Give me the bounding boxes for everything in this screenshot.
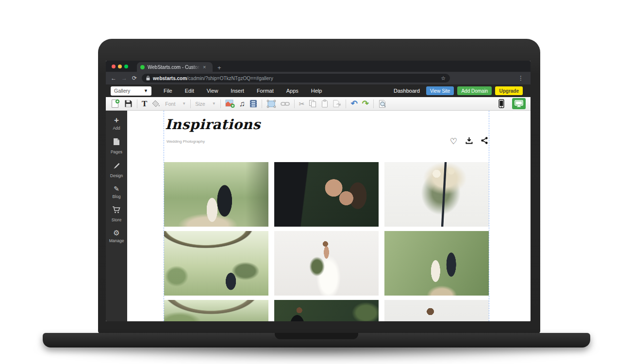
gallery-photo[interactable] xyxy=(384,231,489,296)
back-icon[interactable]: ← xyxy=(111,75,116,81)
save-icon[interactable] xyxy=(124,99,133,108)
sidebar-item-add[interactable]: + Add xyxy=(113,117,120,131)
add-video-icon[interactable] xyxy=(249,99,257,108)
gallery-photo[interactable] xyxy=(384,162,489,227)
browser-toolbar: ← → ⟳ webstarts.com/cadmin/?ship=OTkzNTg… xyxy=(106,72,531,84)
menu-item-edit[interactable]: Edit xyxy=(179,88,200,94)
chevron-down-icon: ▼ xyxy=(182,101,186,106)
page-selector-dropdown[interactable]: Gallery ▼ xyxy=(111,86,151,96)
sidebar-item-pages[interactable]: Pages xyxy=(111,138,122,154)
menu-item-view[interactable]: View xyxy=(200,88,225,94)
editor-menu: File Edit View Insert Format Apps Help xyxy=(157,88,328,94)
editor-sidebar: + Add Pages Design xyxy=(106,111,127,321)
menubar-actions: Dashboard View Site Add Domain Upgrade xyxy=(394,86,523,95)
bookmark-star-icon[interactable]: ☆ xyxy=(441,75,446,82)
menu-item-help[interactable]: Help xyxy=(305,88,329,94)
font-dropdown[interactable]: Font ▼ xyxy=(165,101,186,107)
paste-icon[interactable] xyxy=(321,99,328,108)
window-minimize-button[interactable] xyxy=(118,65,122,68)
plus-icon: + xyxy=(114,117,119,124)
favorite-heart-icon[interactable]: ♡ xyxy=(450,137,457,146)
editor-workspace: + Add Pages Design xyxy=(106,111,531,321)
new-tab-button[interactable]: + xyxy=(217,65,221,71)
sidebar-item-label: Add xyxy=(113,126,120,131)
add-image-icon[interactable] xyxy=(225,99,235,108)
gallery-photo[interactable] xyxy=(274,162,379,227)
gallery-photo[interactable] xyxy=(384,300,489,321)
share-icon[interactable] xyxy=(481,137,488,146)
browser-menu-icon[interactable]: ⋮ xyxy=(518,75,526,82)
sidebar-item-label: Store xyxy=(112,217,121,222)
gallery-photo[interactable] xyxy=(274,300,379,321)
photo-grid xyxy=(164,162,489,321)
sidebar-item-label: Blog xyxy=(112,194,120,199)
paintbrush-icon xyxy=(113,162,120,171)
view-site-button[interactable]: View Site xyxy=(426,86,454,95)
sidebar-item-manage[interactable]: ⚙ Manage xyxy=(109,230,124,243)
shape-tool-icon[interactable] xyxy=(266,99,276,108)
text-tool-icon[interactable]: T xyxy=(142,99,147,109)
menu-item-format[interactable]: Format xyxy=(250,88,280,94)
device-preview-toggle xyxy=(495,98,526,109)
menu-item-file[interactable]: File xyxy=(157,88,179,94)
toolbar-separator xyxy=(190,99,191,108)
reload-icon[interactable]: ⟳ xyxy=(132,75,137,81)
add-music-icon[interactable]: ♫ xyxy=(239,99,245,108)
gallery-photo[interactable] xyxy=(164,162,268,227)
editor-toolbar: T Font ▼ Size ▼ xyxy=(106,97,531,111)
gallery-photo[interactable] xyxy=(164,231,268,296)
page-selector-label: Gallery xyxy=(114,88,130,94)
add-domain-button[interactable]: Add Domain xyxy=(457,86,492,95)
laptop-screen-frame: WebStarts.com - Custom Webs × + ← → ⟳ we… xyxy=(98,39,540,334)
tab-close-icon[interactable]: × xyxy=(203,65,206,70)
page-canvas[interactable]: Inspirations Wedding Photography ♡ xyxy=(127,111,531,321)
upgrade-button[interactable]: Upgrade xyxy=(495,86,523,95)
menu-item-insert[interactable]: Insert xyxy=(224,88,250,94)
gallery-photo[interactable] xyxy=(274,231,379,296)
new-page-icon[interactable] xyxy=(111,99,120,108)
paste-in-place-icon[interactable] xyxy=(332,99,341,108)
laptop-base-notch xyxy=(275,333,358,339)
toolbar-separator xyxy=(346,99,346,108)
mobile-view-button[interactable] xyxy=(495,98,508,109)
window-controls xyxy=(106,61,133,72)
gear-icon: ⚙ xyxy=(113,230,119,236)
toolbar-separator xyxy=(294,99,295,108)
chevron-down-icon: ▼ xyxy=(144,88,148,93)
dashboard-link[interactable]: Dashboard xyxy=(394,88,420,94)
preview-icon[interactable] xyxy=(378,99,387,108)
link-icon[interactable] xyxy=(281,101,290,107)
menu-item-apps[interactable]: Apps xyxy=(280,88,305,94)
browser-tab[interactable]: WebStarts.com - Custom Webs × xyxy=(137,62,213,72)
laptop-base xyxy=(43,333,590,347)
tab-title: WebStarts.com - Custom Webs xyxy=(148,65,200,70)
cut-icon[interactable]: ✂ xyxy=(299,100,305,108)
lock-icon xyxy=(146,76,150,81)
undo-icon[interactable]: ↶ xyxy=(350,99,357,109)
window-zoom-button[interactable] xyxy=(124,65,128,68)
redo-icon[interactable]: ↷ xyxy=(362,99,369,109)
size-dropdown[interactable]: Size ▼ xyxy=(195,101,216,107)
page-icon xyxy=(113,138,120,148)
cart-icon xyxy=(112,206,120,215)
sidebar-item-design[interactable]: Design xyxy=(110,162,123,178)
sidebar-item-label: Design xyxy=(110,173,123,178)
forward-icon[interactable]: → xyxy=(121,75,127,81)
tab-favicon-icon xyxy=(140,65,145,69)
gallery-actions: ♡ xyxy=(450,137,488,146)
address-bar[interactable]: webstarts.com/cadmin/?ship=OTkzNTgzOQ==#… xyxy=(142,74,450,83)
fill-color-icon[interactable] xyxy=(151,99,161,108)
sidebar-item-label: Pages xyxy=(111,149,122,154)
copy-icon[interactable] xyxy=(309,99,317,108)
download-icon[interactable] xyxy=(465,137,473,146)
desktop-view-button[interactable] xyxy=(512,98,526,109)
window-close-button[interactable] xyxy=(112,65,116,68)
sidebar-item-blog[interactable]: ✎ Blog xyxy=(112,185,120,199)
gallery-title[interactable]: Inspirations xyxy=(165,116,261,132)
gallery-photo[interactable] xyxy=(164,300,268,321)
editor-menubar: Gallery ▼ File Edit View Insert Format A… xyxy=(106,84,531,97)
gallery-subtitle[interactable]: Wedding Photography xyxy=(166,139,205,144)
sidebar-item-store[interactable]: Store xyxy=(112,206,121,222)
toolbar-separator xyxy=(262,99,262,108)
font-dropdown-label: Font xyxy=(165,101,175,107)
